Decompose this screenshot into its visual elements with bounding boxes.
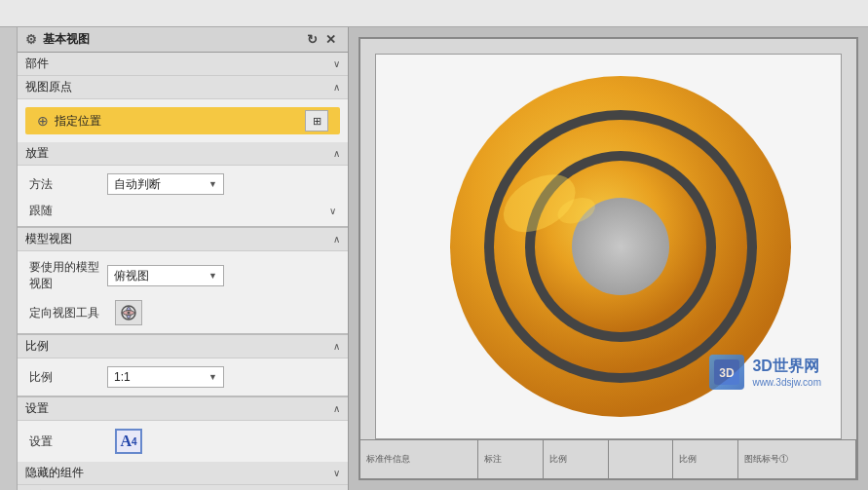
footer-label-3: 比例 (549, 453, 602, 466)
section-hidden[interactable]: 隐藏的组件 ∨ (18, 462, 348, 485)
section-parts[interactable]: 部件 ∨ (18, 53, 348, 76)
model-view-dropdown-arrow: ▼ (208, 271, 217, 281)
section-scale[interactable]: 比例 ∧ (18, 335, 348, 358)
follow-row[interactable]: 跟随 ∨ (18, 199, 348, 222)
section-view-origin[interactable]: 视图原点 ∧ (18, 76, 348, 99)
use-model-view-row: 要使用的模型视图 俯视图 ▼ (18, 255, 348, 296)
footer-cell-6: 图纸标号① (738, 440, 856, 478)
follow-label: 跟随 (29, 203, 329, 219)
section-hidden-arrow: ∨ (333, 468, 340, 478)
footer-cell-3: 比例 (544, 440, 609, 478)
gear-icon: ⚙ (25, 32, 37, 47)
scale-value-row: 比例 1:1 ▼ (18, 362, 348, 392)
left-strip (0, 27, 18, 490)
section-settings-label: 设置 (25, 400, 49, 417)
model-view-content: 要使用的模型视图 俯视图 ▼ 定向视图工具 (18, 251, 348, 333)
section-placement[interactable]: 放置 ∧ (18, 142, 348, 166)
placement-content: 方法 自动判断 ▼ 跟随 ∨ (18, 166, 348, 226)
section-scale-arrow: ∧ (333, 341, 340, 352)
footer-label-2: 标注 (484, 453, 537, 466)
method-row: 方法 自动判断 ▼ (18, 170, 348, 199)
refresh-button[interactable]: ↻ (303, 31, 321, 48)
section-view-origin-label: 视图原点 (25, 79, 72, 95)
settings-item-btn[interactable]: A4 (115, 429, 142, 454)
model-view-value: 俯视图 (114, 268, 205, 284)
footer-cell-1: 标准件信息 (360, 440, 478, 478)
watermark-logo-svg: 3D (712, 358, 741, 387)
orient-tool-label: 定向视图工具 (29, 305, 107, 321)
drawing-canvas: 3D 3D世界网 www.3dsjw.com 标准件信息 标注 (359, 37, 858, 480)
section-placement-arrow: ∧ (333, 148, 340, 159)
specify-position-btn[interactable]: ⊞ (305, 110, 328, 132)
settings-subscript: 4 (132, 436, 137, 447)
settings-content: 设置 A4 (18, 421, 348, 462)
inner-canvas: 3D 3D世界网 www.3dsjw.com (375, 54, 842, 439)
settings-row: 设置 A4 (18, 425, 348, 458)
drawing-footer: 标准件信息 标注 比例 比例 图纸标号① (360, 439, 856, 478)
follow-arrow: ∨ (329, 206, 336, 216)
orient-tool-row: 定向视图工具 (18, 296, 348, 329)
left-panel: ⚙ 基本视图 ↻ ✕ 部件 ∨ 视图原点 ∧ ⊕ 指定位置 ⊞ (18, 27, 349, 490)
svg-text:3D: 3D (720, 366, 736, 380)
section-model-view-label: 模型视图 (25, 231, 72, 247)
scale-dropdown[interactable]: 1:1 ▼ (107, 366, 224, 388)
section-hidden-label: 隐藏的组件 (25, 465, 84, 481)
scale-dropdown-arrow: ▼ (208, 372, 217, 382)
section-settings[interactable]: 设置 ∧ (18, 397, 348, 421)
method-label: 方法 (29, 176, 107, 193)
scale-label: 比例 (29, 369, 107, 386)
right-canvas-area: 3D 3D世界网 www.3dsjw.com 标准件信息 标注 (349, 27, 868, 490)
scale-value: 1:1 (114, 370, 205, 384)
section-parts-label: 部件 (25, 56, 49, 72)
section-settings-arrow: ∧ (333, 403, 340, 414)
section-model-view[interactable]: 模型视图 ∧ (18, 228, 348, 251)
footer-label-6: 图纸标号① (744, 453, 849, 466)
footer-cell-5: 比例 (673, 440, 738, 478)
svg-point-1 (128, 312, 131, 315)
scale-content: 比例 1:1 ▼ (18, 358, 348, 396)
specify-position-label: 指定位置 (55, 113, 305, 130)
settings-icon: A (120, 433, 132, 450)
view-origin-content: ⊕ 指定位置 ⊞ (18, 99, 348, 142)
use-model-view-label: 要使用的模型视图 (29, 259, 107, 292)
watermark-main-text: 3D世界网 (752, 357, 821, 377)
section-parts-arrow: ∨ (333, 58, 340, 69)
section-nocut[interactable]: 非剖切 ∨ (18, 485, 348, 490)
panel-titlebar: ⚙ 基本视图 ↻ ✕ (18, 27, 348, 53)
settings-item-label: 设置 (29, 433, 107, 450)
specify-position-icon: ⊕ (37, 113, 49, 129)
method-dropdown[interactable]: 自动判断 ▼ (107, 173, 224, 195)
section-placement-label: 放置 (25, 145, 49, 162)
watermark-sub-text: www.3dsjw.com (752, 377, 821, 388)
panel-title: 基本视图 (43, 31, 303, 48)
specify-position-row[interactable]: ⊕ 指定位置 ⊞ (25, 107, 340, 134)
close-button[interactable]: ✕ (321, 31, 340, 48)
specify-btn-icon: ⊞ (313, 115, 321, 128)
model-view-dropdown[interactable]: 俯视图 ▼ (107, 265, 224, 286)
orient-tool-icon (120, 304, 137, 321)
section-scale-label: 比例 (25, 338, 49, 355)
watermark: 3D 3D世界网 www.3dsjw.com (709, 355, 821, 390)
watermark-logo: 3D (709, 355, 744, 390)
orient-tool-btn[interactable] (115, 300, 142, 325)
footer-label-1: 标准件信息 (366, 453, 472, 466)
section-model-view-arrow: ∧ (333, 234, 340, 245)
footer-label-5: 比例 (679, 453, 732, 466)
method-value: 自动判断 (114, 176, 205, 193)
footer-cell-4 (609, 440, 674, 478)
section-view-origin-arrow: ∧ (333, 82, 340, 93)
top-toolbar (0, 0, 868, 27)
method-dropdown-arrow: ▼ (208, 179, 217, 189)
footer-cell-2: 标注 (478, 440, 544, 478)
